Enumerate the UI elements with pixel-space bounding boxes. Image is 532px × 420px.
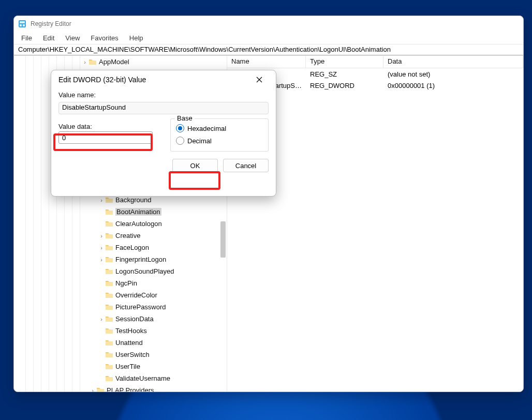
folder-icon — [105, 232, 113, 240]
chevron-right-icon[interactable]: › — [89, 387, 96, 392]
dialog-buttons: OK Cancel — [51, 159, 276, 172]
cell-data: (value not set) — [383, 70, 523, 78]
folder-icon — [105, 208, 113, 216]
address-bar[interactable]: Computer\HKEY_LOCAL_MACHINE\SOFTWARE\Mic… — [14, 44, 523, 55]
folder-icon — [105, 220, 113, 228]
radio-dec-row[interactable]: Decimal — [176, 134, 263, 147]
chevron-right-icon[interactable]: › — [81, 59, 88, 65]
tree-item-label: Creative — [115, 232, 140, 239]
tree-item[interactable]: › AppModel — [14, 56, 227, 68]
tree-item-label: ValidateUsername — [115, 374, 170, 382]
tree-item[interactable]: PicturePassword — [14, 301, 227, 313]
col-header-name[interactable]: Name — [227, 56, 306, 68]
cell-type: REG_SZ — [306, 70, 383, 78]
tree-item-label: Background — [115, 196, 151, 204]
tree-item-label: FaceLogon — [115, 244, 149, 251]
col-header-type[interactable]: Type — [306, 56, 383, 68]
svg-rect-1 — [20, 21, 25, 23]
regedit-icon — [18, 20, 26, 28]
tree-item[interactable]: UserSwitch — [14, 349, 227, 361]
folder-icon — [105, 256, 113, 264]
dialog-title: Edit DWORD (32-bit) Value — [58, 76, 146, 84]
tree-item-label: AppModel — [99, 58, 129, 66]
tree-item[interactable]: ValidateUsername — [14, 372, 227, 384]
chevron-right-icon[interactable]: › — [98, 257, 105, 263]
base-legend: Base — [175, 114, 195, 122]
cell-type: REG_DWORD — [306, 82, 383, 89]
folder-icon — [105, 303, 113, 311]
close-icon — [256, 77, 262, 83]
tree-item-label: PicturePassword — [115, 303, 166, 311]
list-header[interactable]: Name Type Data — [227, 56, 523, 68]
tree-item[interactable]: Unattend — [14, 337, 227, 349]
radio-hex-row[interactable]: Hexadecimal — [176, 122, 263, 134]
folder-icon — [105, 351, 113, 359]
tree-item-label: PLAP Providers — [107, 386, 154, 392]
tree-item[interactable]: ClearAutologon — [14, 218, 227, 230]
menu-edit[interactable]: Edit — [38, 33, 60, 43]
tree-item-label: UserTile — [115, 363, 140, 370]
window-title: Registry Editor — [31, 20, 71, 27]
tree-item[interactable]: TestHooks — [14, 325, 227, 337]
radio-decimal[interactable] — [176, 137, 184, 145]
edit-dword-dialog: Edit DWORD (32-bit) Value Value name: Di… — [51, 70, 276, 197]
titlebar[interactable]: Registry Editor — [14, 16, 523, 32]
tree-item-label: FingerprintLogon — [115, 256, 166, 263]
menubar: File Edit View Favorites Help — [14, 32, 523, 44]
folder-icon — [105, 279, 113, 288]
value-name-field: DisableStartupSound — [58, 102, 269, 114]
chevron-right-icon[interactable]: › — [98, 316, 105, 322]
tree-item[interactable]: ›SessionData — [14, 313, 227, 325]
tree-item[interactable]: › PLAP Providers — [14, 384, 227, 392]
tree-item[interactable]: ›FaceLogon — [14, 242, 227, 253]
folder-icon — [105, 363, 113, 371]
tree-item[interactable]: UserTile — [14, 361, 227, 372]
value-data-label: Value data: — [58, 123, 157, 130]
value-data-input[interactable] — [58, 131, 153, 144]
chevron-right-icon[interactable]: › — [98, 197, 105, 203]
dialog-titlebar[interactable]: Edit DWORD (32-bit) Value — [51, 70, 276, 88]
tree-item[interactable]: ›Creative — [14, 230, 227, 242]
radio-hex-label: Hexadecimal — [187, 125, 226, 132]
menu-file[interactable]: File — [16, 33, 37, 43]
tree-scrollbar[interactable] — [220, 221, 226, 258]
menu-favorites[interactable]: Favorites — [85, 33, 123, 43]
radio-hexadecimal[interactable] — [176, 124, 184, 132]
folder-icon — [105, 291, 113, 299]
folder-icon — [88, 58, 97, 66]
tree-item-label: Unattend — [115, 339, 143, 347]
tree-item[interactable]: OverrideColor — [14, 289, 227, 301]
folder-icon — [105, 374, 113, 383]
tree-item-label: LogonSoundPlayed — [115, 267, 174, 275]
chevron-right-icon[interactable]: › — [98, 233, 105, 239]
col-header-data[interactable]: Data — [383, 56, 523, 68]
folder-icon — [96, 386, 105, 392]
folder-icon — [105, 339, 113, 347]
tree-item-label: OverrideColor — [115, 291, 157, 299]
tree-item-label: NgcPin — [115, 279, 137, 287]
tree-item-label: BootAnimation — [115, 208, 161, 216]
chevron-right-icon[interactable]: › — [98, 245, 105, 251]
tree-item-label: SessionData — [115, 315, 154, 323]
cancel-button[interactable]: Cancel — [223, 159, 269, 172]
menu-help[interactable]: Help — [124, 33, 149, 43]
tree-item-label: TestHooks — [115, 327, 147, 335]
tree-item[interactable]: BootAnimation — [14, 206, 227, 218]
value-name-label: Value name: — [58, 91, 269, 99]
tree-item[interactable]: NgcPin — [14, 277, 227, 289]
close-button[interactable] — [250, 72, 269, 87]
tree-item[interactable]: ›FingerprintLogon — [14, 253, 227, 265]
menu-view[interactable]: View — [60, 33, 85, 43]
folder-icon — [105, 315, 113, 323]
ok-button[interactable]: OK — [172, 159, 218, 172]
folder-icon — [105, 267, 113, 276]
tree-item-label: ClearAutologon — [115, 220, 162, 228]
tree-item-label: UserSwitch — [115, 351, 150, 358]
dialog-body: Value name: DisableStartupSound Value da… — [51, 88, 276, 152]
tree-item[interactable]: LogonSoundPlayed — [14, 265, 227, 277]
cell-data: 0x00000001 (1) — [383, 82, 523, 89]
folder-icon — [105, 327, 113, 335]
folder-icon — [105, 196, 113, 204]
base-group: Base Hexadecimal Decimal — [170, 118, 269, 152]
folder-icon — [105, 244, 113, 252]
